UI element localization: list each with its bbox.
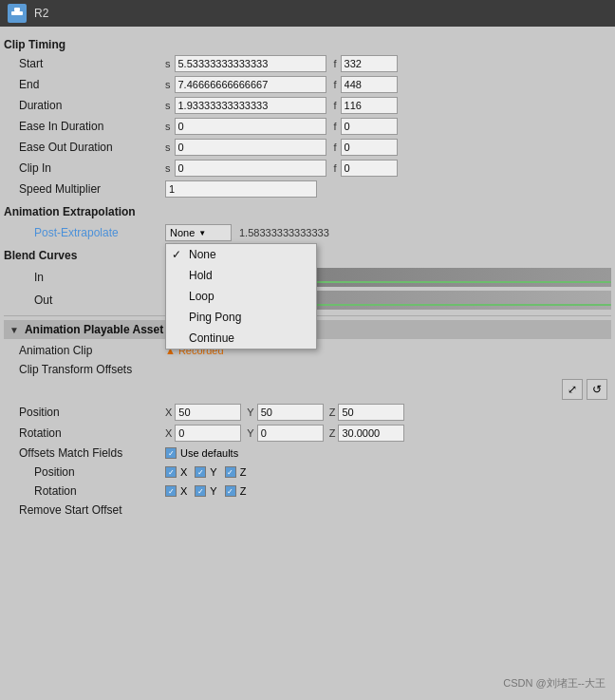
pos-z-label: Z xyxy=(329,407,336,418)
dropdown-option-pingpong[interactable]: Ping Pong xyxy=(166,307,316,328)
anim-playable-label: Animation Playable Asset xyxy=(25,323,163,336)
dropdown-option-continue[interactable]: Continue xyxy=(166,328,316,349)
post-extrap-fields: None ▼ None Hold Loop Ping Pong Continue… xyxy=(165,224,611,241)
main-content: Clip Timing Start s f End s f Duration s… xyxy=(0,27,615,527)
title-icon xyxy=(8,4,27,23)
extrap-dropdown-btn[interactable]: None ▼ xyxy=(165,224,232,241)
ease-in-s-input[interactable] xyxy=(175,118,326,135)
pos-z-checkbox[interactable]: ✓ xyxy=(225,466,236,478)
ease-out-fields: s f xyxy=(165,139,611,156)
duration-f-input[interactable] xyxy=(341,97,398,114)
rot-x-cb-label: X xyxy=(180,485,187,497)
ease-in-row: Ease In Duration s f xyxy=(4,116,611,137)
clip-transform-row: Clip Transform Offsets xyxy=(4,360,611,379)
anim-extrap-section: Animation Extrapolation xyxy=(4,199,611,222)
anim-extrap-label: Animation Extrapolation xyxy=(4,201,136,220)
pos-y-input[interactable] xyxy=(257,404,324,421)
end-fields: s f xyxy=(165,76,611,93)
remove-start-label: Remove Start Offset xyxy=(4,503,165,517)
end-f-input[interactable] xyxy=(341,76,398,93)
use-defaults-checkbox[interactable]: ✓ xyxy=(165,447,177,459)
blend-curves-label: Blend Curves xyxy=(4,245,77,264)
anim-clip-label: Animation Clip xyxy=(4,344,165,357)
window-title: R2 xyxy=(34,7,48,20)
remove-start-row: Remove Start Offset xyxy=(4,501,611,520)
post-extrap-link[interactable]: Post-Extrapolate xyxy=(4,226,165,239)
rotation-row: Rotation X Y Z xyxy=(4,423,611,444)
pos-x-checkbox[interactable]: ✓ xyxy=(165,466,177,478)
dropdown-option-none[interactable]: None xyxy=(166,244,316,265)
pos-y-checkbox[interactable]: ✓ xyxy=(195,466,206,478)
pos-y-label: Y xyxy=(247,407,253,418)
dropdown-selected-label: None xyxy=(170,227,195,238)
rot-z-label: Z xyxy=(329,427,336,439)
use-defaults-label: Use defaults xyxy=(180,447,238,459)
extrap-dropdown-container: None ▼ None Hold Loop Ping Pong Continue xyxy=(165,224,232,241)
rot-y-input[interactable] xyxy=(257,425,324,442)
rot-z-input[interactable] xyxy=(338,425,404,442)
pos-z-input[interactable] xyxy=(338,404,404,421)
end-label: End xyxy=(4,78,165,91)
rotate-icon-btn[interactable]: ↺ xyxy=(587,379,607,400)
start-f-prefix: f xyxy=(334,58,337,69)
svg-rect-0 xyxy=(11,11,23,15)
clip-in-label: Clip In xyxy=(4,161,165,175)
pos-z-cb-label: Z xyxy=(240,466,247,478)
start-s-input[interactable] xyxy=(175,55,326,72)
speed-fields xyxy=(165,180,611,198)
ease-in-f-input[interactable] xyxy=(341,118,398,135)
speed-input[interactable] xyxy=(165,180,317,198)
start-f-input[interactable] xyxy=(341,55,398,72)
extrap-extra-value: 1.58333333333333 xyxy=(239,227,329,238)
speed-label: Speed Multiplier xyxy=(4,182,165,196)
clip-in-fields: s f xyxy=(165,160,611,177)
end-s-input[interactable] xyxy=(175,76,326,93)
end-f-prefix: f xyxy=(334,79,337,90)
duration-s-prefix: s xyxy=(165,100,171,111)
rot-checkbox-section-label: Rotation xyxy=(4,484,165,498)
ease-out-f-input[interactable] xyxy=(341,139,398,156)
pos-x-label: X xyxy=(165,407,172,418)
start-label: Start xyxy=(4,57,165,70)
clip-timing-label: Clip Timing xyxy=(4,34,611,53)
pos-x-input[interactable] xyxy=(175,404,241,421)
blend-in-label: In xyxy=(4,271,165,284)
end-s-prefix: s xyxy=(165,79,171,90)
rot-y-cb-label: Y xyxy=(210,485,216,497)
rot-x-label: X xyxy=(165,427,172,439)
clip-in-f-input[interactable] xyxy=(341,160,398,177)
transform-icons-row: ⤢ ↺ xyxy=(4,379,611,400)
position-label: Position xyxy=(4,406,165,419)
watermark: CSDN @刘堵王--大王 xyxy=(503,676,606,691)
post-extrap-row: Post-Extrapolate None ▼ None Hold Loop P… xyxy=(4,222,611,243)
title-bar: R2 xyxy=(0,0,615,27)
rot-y-checkbox[interactable]: ✓ xyxy=(195,485,206,497)
clip-in-s-input[interactable] xyxy=(175,160,326,177)
offsets-match-label: Offsets Match Fields xyxy=(4,446,165,460)
offsets-match-row: Offsets Match Fields ✓ Use defaults xyxy=(4,444,611,463)
rot-checkboxes: ✓ X ✓ Y ✓ Z xyxy=(165,485,246,497)
ease-out-s-prefix: s xyxy=(165,142,171,153)
start-s-prefix: s xyxy=(165,58,171,69)
position-row: Position X Y Z xyxy=(4,402,611,423)
clip-in-f-prefix: f xyxy=(334,162,337,174)
rot-x-input[interactable] xyxy=(175,425,241,442)
move-icon-btn[interactable]: ⤢ xyxy=(562,379,583,400)
clip-in-s-prefix: s xyxy=(165,162,171,174)
speed-row: Speed Multiplier xyxy=(4,179,611,199)
duration-s-input[interactable] xyxy=(175,97,326,114)
dropdown-option-loop[interactable]: Loop xyxy=(166,286,316,307)
pos-checkbox-section-label: Position xyxy=(4,465,165,479)
ease-in-label: Ease In Duration xyxy=(4,120,165,133)
pos-y-cb-label: Y xyxy=(210,466,216,478)
rot-z-cb-label: Z xyxy=(240,485,247,497)
duration-row: Duration s f xyxy=(4,95,611,116)
dropdown-option-hold[interactable]: Hold xyxy=(166,265,316,286)
ease-in-fields: s f xyxy=(165,118,611,135)
rot-x-checkbox[interactable]: ✓ xyxy=(165,485,177,497)
header-arrow-icon: ▼ xyxy=(9,325,19,335)
ease-out-s-input[interactable] xyxy=(175,139,326,156)
ease-out-label: Ease Out Duration xyxy=(4,141,165,154)
rot-z-checkbox[interactable]: ✓ xyxy=(225,485,236,497)
rot-checkbox-row: Rotation ✓ X ✓ Y ✓ Z xyxy=(4,482,611,501)
